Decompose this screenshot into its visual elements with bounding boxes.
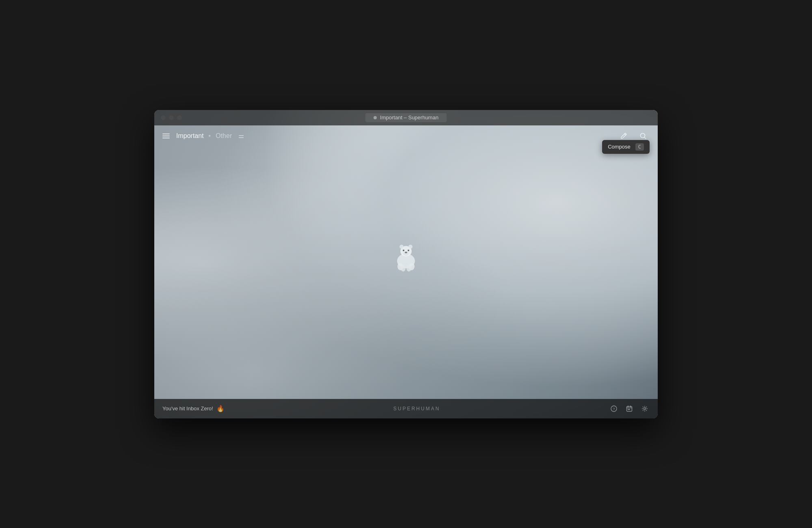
svg-point-11 [406,265,411,272]
svg-text:?: ? [613,407,615,411]
compose-tooltip-label: Compose [608,144,631,150]
toolbar: Important • Other ⚌ [154,125,658,147]
compose-shortcut-key: C [635,143,644,151]
svg-rect-20 [628,409,629,410]
inbox-zero-text: You've hit Inbox Zero! [162,405,213,412]
bottom-action-icons: ? [609,404,650,414]
svg-point-5 [405,252,407,253]
svg-point-2 [400,245,404,249]
help-button[interactable]: ? [609,404,619,414]
svg-point-6 [403,250,404,251]
titlebar: Important – Superhuman [154,110,658,125]
minimize-button[interactable] [169,115,174,120]
app-window: Important – Superhuman Important • Other… [154,110,658,418]
svg-rect-21 [629,409,630,410]
svg-point-12 [641,133,645,138]
brand-logo: SUPERHUMAN [393,406,440,412]
svg-point-3 [408,245,412,249]
tab-important[interactable]: Important [176,132,204,140]
polar-bear-image [390,237,422,273]
titlebar-search-bar [365,113,447,122]
svg-point-22 [644,407,646,409]
settings-button[interactable] [640,404,650,414]
svg-point-7 [408,250,409,251]
maximize-button[interactable] [177,115,182,120]
compose-tooltip: Compose C [602,140,650,154]
close-button[interactable] [161,115,166,120]
inbox-zero-status: You've hit Inbox Zero! 🔥 [162,405,225,412]
svg-line-13 [645,137,646,139]
compose-icon [620,132,627,140]
svg-point-10 [401,265,406,272]
search-icon [639,132,647,140]
hamburger-menu-button[interactable] [162,134,170,138]
tab-separator: • [209,132,211,140]
flame-icon: 🔥 [216,405,225,412]
window-controls [161,115,182,120]
tab-other[interactable]: Other [216,132,232,140]
filter-icon[interactable]: ⚌ [238,132,244,140]
calendar-button[interactable] [624,404,634,414]
inbox-tabs: Important • Other ⚌ [176,132,617,140]
bottombar: You've hit Inbox Zero! 🔥 SUPERHUMAN ? [154,399,658,418]
